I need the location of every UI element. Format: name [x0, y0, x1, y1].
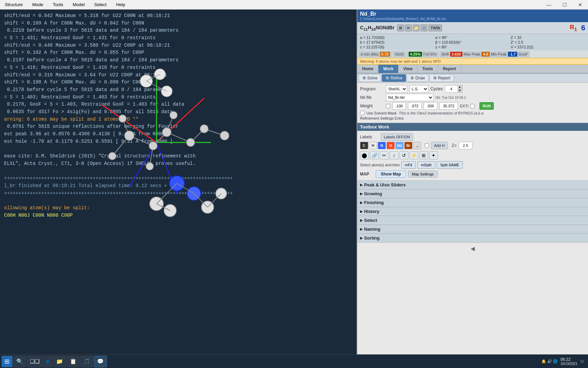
weight-input-3[interactable]	[424, 102, 437, 110]
solve-icon: ⚙	[362, 76, 366, 80]
shift-label: Shift	[441, 52, 449, 56]
weight-input-4[interactable]	[439, 102, 458, 110]
weight-input-1[interactable]	[392, 102, 406, 110]
atom-btn-nd[interactable]: Nd	[395, 142, 404, 149]
menu-help[interactable]: Help	[114, 1, 127, 8]
tool-btn-atoms[interactable]: ⬤	[360, 151, 369, 159]
start-button[interactable]: ⊞	[1, 356, 13, 367]
param-a: a = 11.7316(6)	[360, 35, 435, 40]
tool-btn-move[interactable]: ↕	[390, 151, 398, 159]
solvent-mask-checkbox[interactable]	[360, 111, 364, 115]
minimize-button[interactable]: —	[541, 0, 557, 10]
formula-btn-4[interactable]: □	[421, 25, 427, 31]
taskview-btn[interactable]: ❑❑	[27, 356, 43, 367]
subtab-draw[interactable]: ⚙ Draw	[407, 74, 428, 82]
atom-btn-n[interactable]: N	[378, 142, 386, 149]
search-btn[interactable]: 🔍	[13, 356, 26, 367]
z-input[interactable]	[459, 142, 472, 149]
growing-header[interactable]: ▶ Growing	[357, 189, 588, 198]
finishing-header[interactable]: ▶ Finishing	[357, 198, 588, 207]
atom-btn-h[interactable]: H	[369, 142, 377, 149]
peak-sliders-header[interactable]: ▶ Peak & Uiso Sliders	[357, 181, 588, 189]
ls-select[interactable]: L.S. CGLS	[409, 85, 428, 93]
edge-btn[interactable]: e	[43, 356, 52, 367]
scroll-arrow[interactable]: ◀	[357, 243, 588, 255]
split-same-button[interactable]: Split SAME	[437, 161, 463, 169]
subtab-report[interactable]: ⚙ Report	[429, 74, 454, 82]
menu-tools[interactable]: Tools	[51, 1, 65, 8]
mfit-button[interactable]: mFit	[401, 161, 416, 169]
formula-btn-3[interactable]: 📁	[413, 25, 420, 31]
tab-tools[interactable]: Tools	[418, 65, 438, 73]
labels-toggle-btn[interactable]: Labels OFF/ON	[381, 133, 413, 141]
show-map-button[interactable]: Show Map	[376, 170, 406, 178]
r1-badge: R1	[570, 24, 577, 32]
atom-btn-br[interactable]: Br	[404, 142, 412, 149]
subtab-refine[interactable]: ⚙ Refine	[382, 74, 406, 82]
fileexplorer-btn[interactable]: 📁	[53, 356, 66, 367]
naming-header[interactable]: ▶ Naming	[357, 225, 588, 234]
vol-label: V(o/t)	[395, 52, 404, 56]
tool-btn-grid[interactable]: ⊞	[419, 151, 428, 159]
atom-btn-more[interactable]: ...	[413, 142, 421, 149]
tool-btn-extra[interactable]: ✦	[429, 151, 438, 159]
exti-checkbox[interactable]	[470, 104, 475, 108]
taskbar-right: 🔔 🔊 🌐 06:22 10/19/2021 🗨	[541, 357, 587, 366]
program-row: Program ShelXL ShelXS L.S. CGLS Cycles ▲…	[360, 85, 585, 93]
cycles-label: Cycles	[430, 87, 443, 91]
map-settings-button[interactable]: Map Settings	[408, 171, 437, 178]
program-select[interactable]: ShelXL ShelXS	[386, 85, 407, 93]
app5-btn[interactable]: 💬	[94, 356, 107, 367]
atom-btn-o[interactable]: O	[387, 142, 395, 149]
menu-mode[interactable]: Mode	[30, 1, 46, 8]
finishing-label: Finishing	[364, 200, 384, 205]
atom-checkbox[interactable]	[425, 143, 429, 148]
cycles-down[interactable]: ▼	[457, 89, 462, 92]
tab-report[interactable]: Report	[438, 65, 461, 73]
close-button[interactable]: ✕	[572, 0, 588, 10]
menu-model[interactable]: Model	[71, 1, 87, 8]
hkl-select[interactable]: Nd_Br.hkl	[386, 94, 434, 101]
app4-btn[interactable]: 🎵	[80, 356, 93, 367]
tool-btn-calc[interactable]: ⚡	[409, 151, 418, 159]
term-line-26: ollowing atom(s) may be split:	[4, 204, 353, 212]
msplit-button[interactable]: mSplit	[417, 161, 435, 169]
select-atom-label: Select atom(s) and then	[360, 163, 400, 167]
tab-home[interactable]: Home	[357, 65, 378, 73]
formula-btn-2[interactable]: ✏	[405, 25, 412, 31]
weight-input-2[interactable]	[408, 102, 422, 110]
stat-r1: 4.25% Full 50%	[407, 51, 439, 57]
term-line-7: = S = 1.416; Restrained GooF = 1.416 for…	[4, 64, 353, 72]
menu-structure[interactable]: Structure	[3, 1, 25, 8]
cycles-up[interactable]: ▲	[457, 86, 462, 89]
maximize-button[interactable]: ☐	[557, 0, 572, 10]
formula-btn-twin[interactable]: TWIN	[428, 25, 442, 31]
cycles-input-group: ▲ ▼	[445, 85, 462, 93]
app3-btn[interactable]: 📋	[67, 356, 80, 367]
program-label: Program	[360, 87, 384, 91]
atom-btn-c[interactable]: C	[360, 142, 368, 149]
term-line-1: shift = 0.109 A for C00N Max. dU = 0.042…	[4, 20, 353, 27]
term-line-15: 0.0791 for 5615 unique reflections after…	[4, 123, 353, 131]
tab-work[interactable]: Work	[378, 65, 398, 73]
run-button[interactable]: RUN	[479, 102, 494, 110]
formula-bar: C11H10NONdBr ⚙ ✏ 📁 □ TWIN R1 6	[357, 22, 588, 34]
labels-section: Labels Labels OFF/ON C H N O Nd Br ... A…	[357, 131, 588, 181]
tab-view[interactable]: View	[398, 65, 418, 73]
notification-btn[interactable]: 🗨	[580, 359, 584, 364]
weight-checkbox[interactable]	[386, 104, 390, 108]
term-line-5: shift = 0.102 A for C00N Max. dU = 0.055…	[4, 49, 353, 57]
add-h-button[interactable]: Add H	[431, 142, 448, 149]
tool-btn-scissors[interactable]: ✂	[380, 151, 389, 159]
tool-btn-bonds[interactable]: 🔗	[370, 151, 379, 159]
cycles-input[interactable]	[445, 86, 457, 92]
subtab-solve[interactable]: ⚙ Solve	[359, 74, 381, 82]
formula-btn-1[interactable]: ⚙	[397, 25, 404, 31]
menu-select[interactable]: Select	[92, 1, 109, 8]
sorting-header[interactable]: ▶ Sorting	[357, 234, 588, 243]
tool-btn-rotate[interactable]: ↺	[399, 151, 408, 159]
exti-label: EXTI	[460, 104, 468, 108]
select-header[interactable]: ▶ Select	[357, 216, 588, 225]
history-header[interactable]: ▶ History	[357, 207, 588, 216]
naming-arrow-icon: ▶	[360, 227, 363, 231]
